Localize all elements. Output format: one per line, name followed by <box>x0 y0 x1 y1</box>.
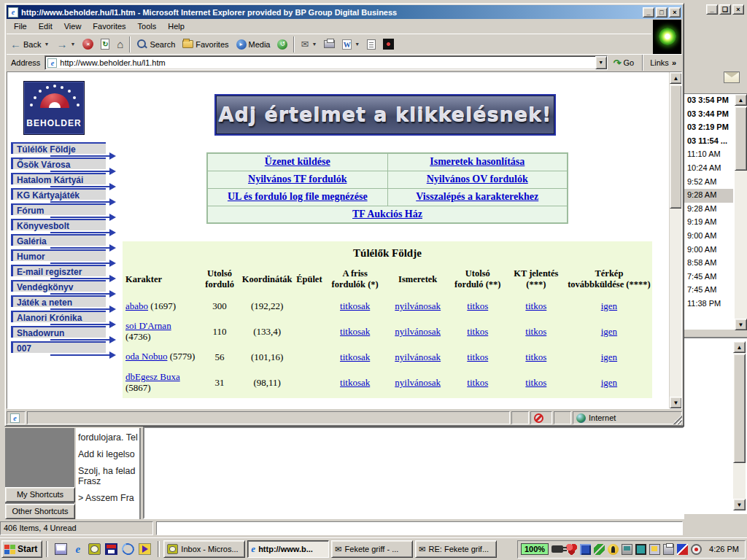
favorites-button[interactable]: Favorites <box>179 39 232 50</box>
nav-jatek-a-neten[interactable]: Játék a neten <box>11 295 106 307</box>
go-button[interactable]: ↷ Go <box>608 58 640 69</box>
ie-launch-icon[interactable]: e <box>71 543 84 555</box>
my-shortcuts-button[interactable]: My Shortcuts <box>5 487 75 502</box>
tray-icon[interactable] <box>663 544 674 555</box>
know-link[interactable]: nyilvánosak <box>395 377 441 388</box>
nav-galeria[interactable]: Galéria <box>11 234 106 246</box>
outlook-launch-icon[interactable] <box>88 543 101 555</box>
link-tf-aukcios-haz[interactable]: TF Aukciós Ház <box>352 209 422 219</box>
search-button[interactable]: Search <box>133 37 179 51</box>
media-player-icon[interactable] <box>139 543 151 555</box>
menu-favorites[interactable]: Favorites <box>87 20 131 32</box>
link-nyilvanos-ov-fordulok[interactable]: Nyilvános OV fordulók <box>427 174 528 184</box>
message-time[interactable]: 03 3:44 PM <box>684 108 733 122</box>
fresh-link[interactable]: titkosak <box>340 326 370 337</box>
ie-titlebar[interactable]: e http://www.beholder.hu/l1.htm - Micros… <box>7 5 682 19</box>
task-mail-1[interactable]: ✉ Fekete griff - ... <box>331 540 413 558</box>
tray-icon[interactable] <box>635 544 646 555</box>
kt-link[interactable]: titkos <box>525 300 546 311</box>
other-shortcuts-button[interactable]: Other Shortcuts <box>5 504 75 519</box>
nav-vendegkonyv[interactable]: Vendégkönyv <box>11 280 106 292</box>
outlook-message-list[interactable]: 03 3:54 PM 03 3:44 PM 03 2:19 PM 03 11:5… <box>684 93 747 330</box>
message-time[interactable]: 03 11:54 ... <box>684 135 733 149</box>
fresh-link[interactable]: titkosak <box>340 300 370 311</box>
resize-grip[interactable] <box>672 414 682 424</box>
scroll-down-icon[interactable]: ▼ <box>733 499 746 510</box>
character-link[interactable]: soi D'Arnan <box>125 320 171 331</box>
kt-link[interactable]: titkos <box>525 377 546 388</box>
menu-file[interactable]: File <box>8 20 33 32</box>
media-button[interactable]: ▸ Media <box>233 38 274 51</box>
edit-dropdown-icon[interactable]: ▼ <box>355 42 360 47</box>
message-time[interactable]: 8:58 AM <box>684 257 733 271</box>
message-time[interactable]: 7:45 AM <box>684 284 733 298</box>
nav-email-regiszter[interactable]: E-mail regiszter <box>11 265 106 276</box>
mail-dropdown-icon[interactable]: ▼ <box>311 42 317 47</box>
tray-icon[interactable] <box>566 544 577 555</box>
beholder-logo[interactable]: BEHOLDER <box>23 81 85 135</box>
stop-button[interactable]: × <box>79 37 97 51</box>
content-scrollbar[interactable]: ▲ ▼ <box>669 72 681 408</box>
nav-shadowrun[interactable]: Shadowrun <box>11 326 106 338</box>
tray-icon[interactable] <box>649 544 660 555</box>
message-time[interactable]: 9:00 AM <box>684 244 733 257</box>
message-time[interactable]: 9:28 AM <box>684 203 733 217</box>
bg-restore-button[interactable]: ❏ <box>719 4 731 15</box>
message-time[interactable]: 11:38 PM <box>684 298 733 311</box>
know-link[interactable]: nyilvánosak <box>395 300 441 311</box>
know-link[interactable]: nyilvánosak <box>395 326 441 337</box>
bg-minimize-button[interactable]: _ <box>706 4 718 15</box>
message-time[interactable]: 10:24 AM <box>684 162 733 176</box>
message-time-selected[interactable]: 9:28 AM <box>684 189 733 203</box>
know-link[interactable]: nyilvánosak <box>395 351 441 362</box>
nav-kg-kartyajatek[interactable]: KG Kártyajáték <box>11 188 106 200</box>
scrollbar-thumb[interactable] <box>670 85 682 209</box>
scroll-down-icon[interactable]: ▼ <box>670 397 682 408</box>
show-desktop-icon[interactable] <box>55 543 67 555</box>
map-link[interactable]: igen <box>601 351 617 362</box>
forward-button[interactable]: → ▼ <box>53 37 79 52</box>
back-button[interactable]: ← Back ▼ <box>7 37 53 52</box>
print-button[interactable] <box>320 39 338 50</box>
last-link[interactable]: titkos <box>467 351 488 362</box>
tray-icon[interactable] <box>608 544 619 555</box>
character-link[interactable]: ababo <box>125 300 148 311</box>
message-list-scrollbar[interactable]: ▲ ▼ <box>735 94 747 330</box>
scroll-up-icon[interactable]: ▲ <box>735 94 747 106</box>
menu-view[interactable]: View <box>58 20 88 32</box>
task-browser[interactable]: e http://www.b... <box>247 540 329 558</box>
message-time[interactable]: 03 3:54 PM <box>684 94 733 108</box>
home-button[interactable]: ⌂ <box>113 37 127 52</box>
address-input[interactable]: e http://www.beholder.hu/l1.htm ▼ <box>44 55 607 70</box>
nav-konyvesbolt[interactable]: Könyvesbolt <box>11 219 106 230</box>
character-link[interactable]: dbEgesz Buxa <box>125 371 180 382</box>
fresh-link[interactable]: titkosak <box>340 351 370 362</box>
nav-hatalom-kartyai[interactable]: Hatalom Kártyái <box>11 173 106 184</box>
tray-icon[interactable] <box>677 544 688 555</box>
sync-icon[interactable] <box>120 541 136 557</box>
nav-forum[interactable]: Fórum <box>11 203 106 215</box>
nav-007[interactable]: 007 <box>11 341 106 353</box>
battery-indicator[interactable]: 100% <box>521 543 549 555</box>
banner[interactable]: Adj értelmet a klikkelésnek! <box>214 94 556 136</box>
forward-dropdown-icon[interactable]: ▼ <box>70 42 75 47</box>
scroll-up-icon[interactable]: ▲ <box>733 341 746 353</box>
message-time[interactable]: 03 2:19 PM <box>684 121 733 135</box>
nav-humor[interactable]: Humor <box>11 249 106 261</box>
back-dropdown-icon[interactable]: ▼ <box>44 42 49 47</box>
link-ul-log-file[interactable]: UL és forduló log file megnézése <box>228 191 368 202</box>
edit-button[interactable]: W ▼ <box>338 38 363 51</box>
tray-icon[interactable] <box>622 544 632 555</box>
map-link[interactable]: igen <box>601 326 617 337</box>
discuss-button[interactable] <box>363 38 379 51</box>
map-link[interactable]: igen <box>601 300 617 311</box>
scrollbar-thumb[interactable] <box>733 354 746 463</box>
link-visszalepes[interactable]: Visszalépés a karakterekhez <box>416 191 538 202</box>
nav-tulelok-foldje[interactable]: Túlélők Földje <box>11 142 106 154</box>
last-link[interactable]: titkos <box>467 326 488 337</box>
history-button[interactable]: ↺ <box>274 38 291 51</box>
task-mail-2[interactable]: ✉ RE: Fekete grif... <box>415 540 497 558</box>
messenger-button[interactable] <box>379 37 398 51</box>
link-uzenet-kuldese[interactable]: Üzenet küldése <box>265 156 330 167</box>
maximize-button[interactable]: □ <box>656 7 667 18</box>
